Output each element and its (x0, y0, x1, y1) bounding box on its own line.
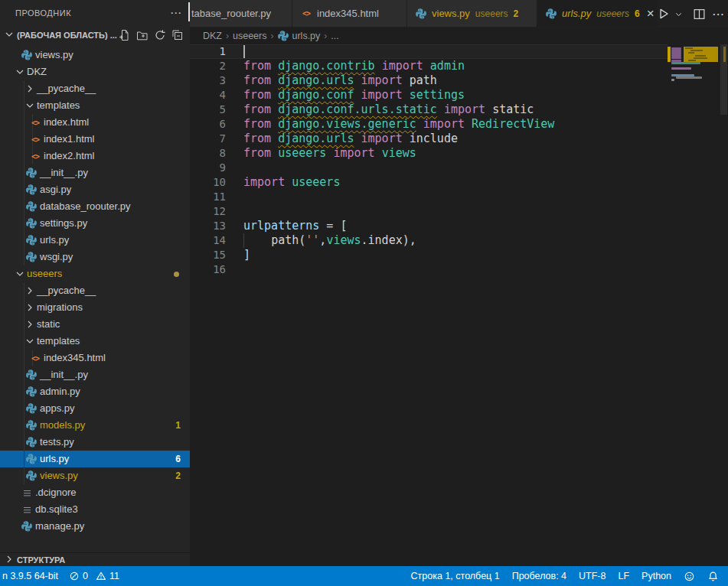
tree-item-index345.html[interactable]: <>index345.html (0, 350, 190, 366)
minimap-text-dash (688, 60, 696, 61)
line-number: 15 (190, 248, 226, 262)
notifications-bell-icon[interactable] (707, 571, 719, 582)
code-line-16[interactable]: 16 (190, 262, 668, 277)
tree-item-__pycache__[interactable]: __pycache__ (0, 282, 190, 299)
python-interpreter-status[interactable]: n 3.9.5 64-bit (2, 571, 58, 581)
collapse-all-icon[interactable] (171, 29, 184, 41)
tree-item-index.html[interactable]: <>index.html (0, 114, 190, 131)
indentation-status[interactable]: Пробелов: 4 (512, 571, 566, 581)
python-icon (25, 436, 38, 448)
tree-item-index2.html[interactable]: <>index2.html (0, 148, 190, 164)
tree-item-static[interactable]: static (0, 316, 190, 333)
encoding-status[interactable]: UTF-8 (579, 571, 606, 581)
refresh-icon[interactable] (154, 29, 166, 41)
run-dropdown-chevron-icon[interactable] (674, 5, 684, 22)
explorer-sidebar: ПРОВОДНИК ⋯ (РАБОЧАЯ ОБЛАСТЬ) ... views.… (0, 0, 190, 566)
editor-scrollbar[interactable] (720, 44, 728, 566)
tree-item-__pycache__[interactable]: __pycache__ (0, 80, 190, 97)
code-line-2[interactable]: 2from django.contrib import admin (190, 59, 668, 73)
language-mode-status[interactable]: Python (641, 571, 671, 581)
minimap[interactable] (668, 44, 720, 566)
tree-item-index1.html[interactable]: <>index1.html (0, 131, 190, 148)
eol-status[interactable]: LF (618, 571, 629, 581)
code-line-4[interactable]: 4from django.conf import settings (190, 88, 668, 103)
tree-item-__init__.py[interactable]: __init__.py (0, 164, 190, 181)
python-icon (25, 453, 38, 465)
code-line-13[interactable]: 13urlpatterns = [ (190, 219, 668, 233)
breadcrumb-label: useeers (233, 31, 266, 41)
code-editor[interactable]: 12from django.contrib import admin3from … (190, 44, 728, 566)
indent-guide (24, 232, 24, 249)
problems-badge: 6 (175, 453, 181, 465)
tree-item-admin.py[interactable]: admin.py (0, 383, 190, 400)
tab-index345.html[interactable]: <>index345.html (292, 0, 407, 27)
file-name: settings.py (40, 217, 87, 230)
code-line-11[interactable]: 11 (190, 190, 668, 204)
new-folder-icon[interactable] (136, 29, 149, 41)
python-icon (277, 31, 289, 42)
more-actions-icon[interactable]: ⋯ (709, 5, 728, 22)
tree-item-templates[interactable]: templates (0, 97, 190, 114)
tree-item-__init__.py[interactable]: __init__.py (0, 366, 190, 383)
file-name: apps.py (40, 402, 75, 415)
tab-views.py[interactable]: views.pyuseeers2 (407, 0, 537, 27)
tree-item-settings.py[interactable]: settings.py (0, 215, 190, 232)
tab-label: views.py (432, 8, 470, 19)
tree-item-.dcignore[interactable]: .dcignore (0, 484, 190, 501)
line-number: 1 (190, 44, 226, 59)
code-line-7[interactable]: 7from django.urls import include (190, 132, 668, 146)
run-button[interactable] (657, 5, 671, 22)
tree-item-models.py[interactable]: models.py1 (0, 417, 190, 434)
html-icon: <> (29, 133, 41, 145)
cursor-position-status[interactable]: Строка 1, столбец 1 (411, 571, 500, 581)
tree-item-urls.py[interactable]: urls.py (0, 232, 190, 249)
tree-item-tests.py[interactable]: tests.py (0, 434, 190, 451)
code-line-1[interactable]: 1 (190, 44, 668, 59)
tree-item-database_roouter.py[interactable]: database_roouter.py (0, 198, 190, 215)
tree-item-urls.py[interactable]: urls.py6 (0, 451, 190, 467)
tree-item-asgi.py[interactable]: asgi.py (0, 181, 190, 198)
new-file-icon[interactable] (119, 29, 131, 41)
breadcrumb-item-useeers[interactable]: useeers (233, 31, 266, 41)
code-line-10[interactable]: 10import useeers (190, 175, 668, 190)
breadcrumb-item-...[interactable]: ... (331, 31, 338, 41)
tree-item-views.py[interactable]: views.py2 (0, 467, 190, 484)
file-name: migrations (37, 301, 83, 314)
tree-item-apps.py[interactable]: apps.py (0, 400, 190, 417)
line-number: 5 (190, 103, 226, 117)
code-line-12[interactable]: 12 (190, 204, 668, 219)
tab-urls.py[interactable]: urls.pyuseeers6× (537, 0, 657, 27)
tree-item-templates[interactable]: templates (0, 333, 190, 350)
workspace-section-header[interactable]: (РАБОЧАЯ ОБЛАСТЬ) ... (0, 26, 190, 44)
explorer-title-row: ПРОВОДНИК ⋯ (0, 0, 190, 26)
file-name: .dcignore (35, 487, 76, 499)
close-icon[interactable]: × (647, 8, 655, 20)
code-line-3[interactable]: 3from django.urls import path (190, 73, 668, 88)
code-line-5[interactable]: 5from django.conf.urls.static import sta… (190, 103, 668, 117)
indent-guide (24, 383, 24, 400)
code-line-8[interactable]: 8from useeers import views (190, 146, 668, 161)
tree-item-wsgi.py[interactable]: wsgi.py (0, 249, 190, 265)
python-icon (25, 234, 38, 246)
tree-item-migrations[interactable]: migrations (0, 299, 190, 316)
split-editor-button[interactable] (693, 5, 706, 22)
explorer-more-actions-icon[interactable]: ⋯ (170, 6, 182, 20)
tree-item-useeers[interactable]: useeers (0, 265, 190, 282)
code-line-15[interactable]: 15] (190, 248, 668, 262)
code-line-14[interactable]: 14 path('',views.index), (190, 233, 668, 248)
tree-item-manage.py[interactable]: manage.py (0, 518, 190, 535)
code-line-6[interactable]: 6from django.views.generic import Redire… (190, 117, 668, 132)
tree-item-db.sqlite3[interactable]: db.sqlite3 (0, 501, 190, 518)
tree-item-views.py[interactable]: views.py (0, 47, 190, 63)
warning-count: 11 (109, 571, 119, 581)
tab-dir-hint: useeers (596, 8, 629, 19)
tab-tabase_roouter.py[interactable]: tabase_roouter.py (190, 0, 292, 27)
tree-item-DKZ[interactable]: DKZ (0, 63, 190, 80)
breadcrumb-item-urls.py[interactable]: urls.py (277, 31, 320, 42)
file-name: templates (37, 99, 80, 112)
breadcrumb-item-DKZ[interactable]: DKZ (203, 31, 222, 41)
problems-status[interactable]: 0 11 (69, 571, 119, 581)
outline-section-header[interactable]: СТРУКТУРА (0, 552, 190, 566)
feedback-icon[interactable] (684, 571, 695, 582)
code-line-9[interactable]: 9 (190, 161, 668, 175)
